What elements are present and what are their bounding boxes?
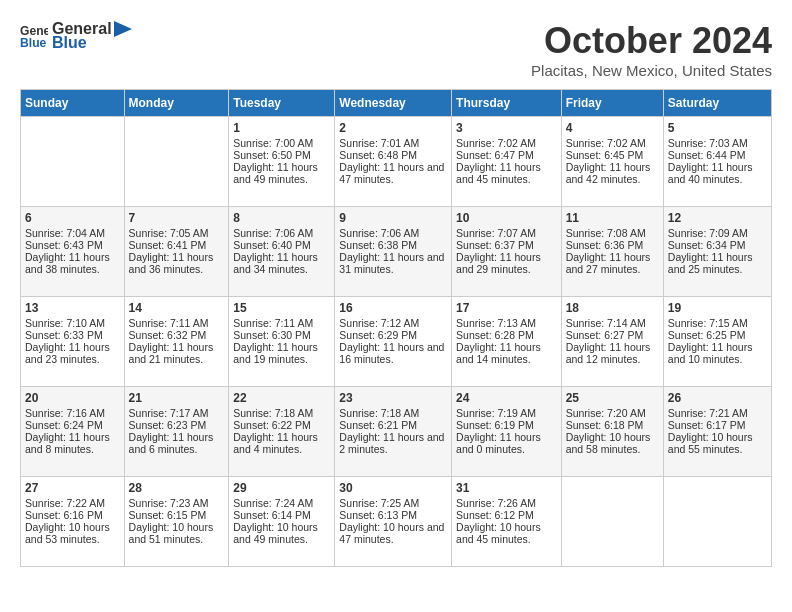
title-block: October 2024 Placitas, New Mexico, Unite… <box>531 20 772 79</box>
calendar-cell: 24Sunrise: 7:19 AMSunset: 6:19 PMDayligh… <box>452 387 562 477</box>
sunrise-text: Sunrise: 7:19 AM <box>456 407 557 419</box>
daylight-text: Daylight: 10 hours and 45 minutes. <box>456 521 557 545</box>
daylight-text: Daylight: 11 hours and 36 minutes. <box>129 251 225 275</box>
day-number: 19 <box>668 301 767 315</box>
daylight-text: Daylight: 11 hours and 4 minutes. <box>233 431 330 455</box>
sunset-text: Sunset: 6:48 PM <box>339 149 447 161</box>
sunrise-text: Sunrise: 7:17 AM <box>129 407 225 419</box>
calendar-cell: 11Sunrise: 7:08 AMSunset: 6:36 PMDayligh… <box>561 207 663 297</box>
sunrise-text: Sunrise: 7:01 AM <box>339 137 447 149</box>
calendar-cell: 9Sunrise: 7:06 AMSunset: 6:38 PMDaylight… <box>335 207 452 297</box>
calendar-cell: 2Sunrise: 7:01 AMSunset: 6:48 PMDaylight… <box>335 117 452 207</box>
calendar-cell <box>663 477 771 567</box>
sunset-text: Sunset: 6:27 PM <box>566 329 659 341</box>
day-number: 29 <box>233 481 330 495</box>
calendar-week-row: 27Sunrise: 7:22 AMSunset: 6:16 PMDayligh… <box>21 477 772 567</box>
daylight-text: Daylight: 11 hours and 45 minutes. <box>456 161 557 185</box>
sunset-text: Sunset: 6:34 PM <box>668 239 767 251</box>
day-number: 14 <box>129 301 225 315</box>
daylight-text: Daylight: 11 hours and 12 minutes. <box>566 341 659 365</box>
day-number: 26 <box>668 391 767 405</box>
calendar-cell: 17Sunrise: 7:13 AMSunset: 6:28 PMDayligh… <box>452 297 562 387</box>
day-number: 20 <box>25 391 120 405</box>
sunset-text: Sunset: 6:22 PM <box>233 419 330 431</box>
day-number: 31 <box>456 481 557 495</box>
weekday-header: Saturday <box>663 90 771 117</box>
calendar-cell: 16Sunrise: 7:12 AMSunset: 6:29 PMDayligh… <box>335 297 452 387</box>
calendar-cell: 10Sunrise: 7:07 AMSunset: 6:37 PMDayligh… <box>452 207 562 297</box>
daylight-text: Daylight: 11 hours and 29 minutes. <box>456 251 557 275</box>
sunset-text: Sunset: 6:40 PM <box>233 239 330 251</box>
day-number: 10 <box>456 211 557 225</box>
sunrise-text: Sunrise: 7:08 AM <box>566 227 659 239</box>
daylight-text: Daylight: 11 hours and 25 minutes. <box>668 251 767 275</box>
day-number: 21 <box>129 391 225 405</box>
day-number: 25 <box>566 391 659 405</box>
calendar-cell: 30Sunrise: 7:25 AMSunset: 6:13 PMDayligh… <box>335 477 452 567</box>
day-number: 2 <box>339 121 447 135</box>
sunset-text: Sunset: 6:15 PM <box>129 509 225 521</box>
weekday-header: Wednesday <box>335 90 452 117</box>
sunrise-text: Sunrise: 7:22 AM <box>25 497 120 509</box>
sunset-text: Sunset: 6:38 PM <box>339 239 447 251</box>
weekday-header: Friday <box>561 90 663 117</box>
calendar-cell: 26Sunrise: 7:21 AMSunset: 6:17 PMDayligh… <box>663 387 771 477</box>
day-number: 13 <box>25 301 120 315</box>
sunset-text: Sunset: 6:23 PM <box>129 419 225 431</box>
sunrise-text: Sunrise: 7:23 AM <box>129 497 225 509</box>
sunset-text: Sunset: 6:18 PM <box>566 419 659 431</box>
sunrise-text: Sunrise: 7:06 AM <box>233 227 330 239</box>
sunrise-text: Sunrise: 7:04 AM <box>25 227 120 239</box>
sunset-text: Sunset: 6:16 PM <box>25 509 120 521</box>
sunrise-text: Sunrise: 7:06 AM <box>339 227 447 239</box>
calendar-cell: 5Sunrise: 7:03 AMSunset: 6:44 PMDaylight… <box>663 117 771 207</box>
day-number: 7 <box>129 211 225 225</box>
sunrise-text: Sunrise: 7:25 AM <box>339 497 447 509</box>
daylight-text: Daylight: 10 hours and 47 minutes. <box>339 521 447 545</box>
sunrise-text: Sunrise: 7:20 AM <box>566 407 659 419</box>
day-number: 8 <box>233 211 330 225</box>
logo: General Blue General Blue <box>20 20 132 52</box>
calendar-cell: 13Sunrise: 7:10 AMSunset: 6:33 PMDayligh… <box>21 297 125 387</box>
calendar-cell: 25Sunrise: 7:20 AMSunset: 6:18 PMDayligh… <box>561 387 663 477</box>
sunset-text: Sunset: 6:32 PM <box>129 329 225 341</box>
sunset-text: Sunset: 6:24 PM <box>25 419 120 431</box>
sunset-text: Sunset: 6:47 PM <box>456 149 557 161</box>
day-number: 23 <box>339 391 447 405</box>
sunrise-text: Sunrise: 7:12 AM <box>339 317 447 329</box>
location: Placitas, New Mexico, United States <box>531 62 772 79</box>
daylight-text: Daylight: 11 hours and 49 minutes. <box>233 161 330 185</box>
sunset-text: Sunset: 6:50 PM <box>233 149 330 161</box>
day-number: 16 <box>339 301 447 315</box>
day-number: 12 <box>668 211 767 225</box>
daylight-text: Daylight: 10 hours and 53 minutes. <box>25 521 120 545</box>
daylight-text: Daylight: 10 hours and 58 minutes. <box>566 431 659 455</box>
day-number: 3 <box>456 121 557 135</box>
daylight-text: Daylight: 11 hours and 19 minutes. <box>233 341 330 365</box>
calendar-cell <box>124 117 229 207</box>
svg-text:Blue: Blue <box>20 36 47 50</box>
daylight-text: Daylight: 11 hours and 14 minutes. <box>456 341 557 365</box>
daylight-text: Daylight: 11 hours and 21 minutes. <box>129 341 225 365</box>
sunset-text: Sunset: 6:45 PM <box>566 149 659 161</box>
daylight-text: Daylight: 11 hours and 6 minutes. <box>129 431 225 455</box>
daylight-text: Daylight: 11 hours and 2 minutes. <box>339 431 447 455</box>
day-number: 6 <box>25 211 120 225</box>
sunrise-text: Sunrise: 7:02 AM <box>456 137 557 149</box>
sunset-text: Sunset: 6:13 PM <box>339 509 447 521</box>
day-number: 30 <box>339 481 447 495</box>
sunrise-text: Sunrise: 7:26 AM <box>456 497 557 509</box>
calendar-cell: 22Sunrise: 7:18 AMSunset: 6:22 PMDayligh… <box>229 387 335 477</box>
calendar-cell: 27Sunrise: 7:22 AMSunset: 6:16 PMDayligh… <box>21 477 125 567</box>
daylight-text: Daylight: 10 hours and 51 minutes. <box>129 521 225 545</box>
daylight-text: Daylight: 11 hours and 38 minutes. <box>25 251 120 275</box>
sunrise-text: Sunrise: 7:02 AM <box>566 137 659 149</box>
sunrise-text: Sunrise: 7:09 AM <box>668 227 767 239</box>
sunset-text: Sunset: 6:44 PM <box>668 149 767 161</box>
sunrise-text: Sunrise: 7:14 AM <box>566 317 659 329</box>
calendar-cell: 14Sunrise: 7:11 AMSunset: 6:32 PMDayligh… <box>124 297 229 387</box>
calendar-cell <box>21 117 125 207</box>
calendar-cell: 8Sunrise: 7:06 AMSunset: 6:40 PMDaylight… <box>229 207 335 297</box>
sunrise-text: Sunrise: 7:18 AM <box>339 407 447 419</box>
page-header: General Blue General Blue October 2024 P… <box>20 20 772 79</box>
